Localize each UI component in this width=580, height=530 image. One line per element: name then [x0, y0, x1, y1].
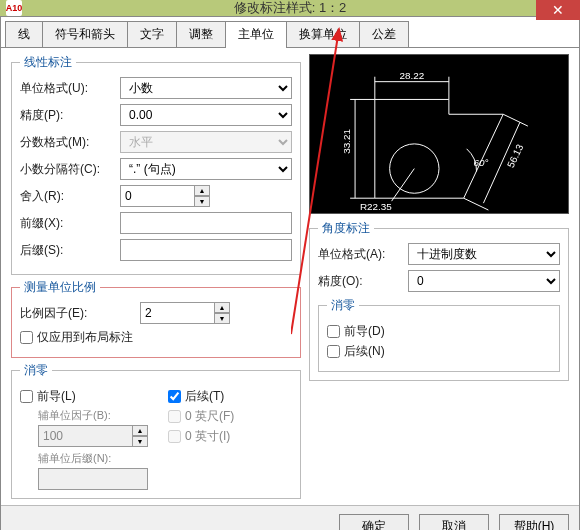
linear-dim-group: 线性标注 单位格式(U): 小数 精度(P): 0.00 分数格式(M): 水平 — [11, 54, 301, 275]
leading-checkbox[interactable] — [20, 390, 33, 403]
svg-text:R22.35: R22.35 — [360, 201, 392, 212]
decimal-sep-select[interactable]: “.” (句点) — [120, 158, 292, 180]
angular-suppress-legend: 消零 — [327, 297, 359, 314]
angular-trailing-label: 后续(N) — [344, 343, 385, 360]
tab-symbols-arrows[interactable]: 符号和箭头 — [42, 21, 128, 47]
round-spin-down[interactable]: ▼ — [194, 196, 210, 207]
help-button[interactable]: 帮助(H) — [499, 514, 569, 530]
prefix-label: 前缀(X): — [20, 215, 120, 232]
angular-trailing-checkbox[interactable] — [327, 345, 340, 358]
subunit-spin-up: ▲ — [132, 425, 148, 436]
unit-format-select[interactable]: 小数 — [120, 77, 292, 99]
round-spin-up[interactable]: ▲ — [194, 185, 210, 196]
svg-line-11 — [392, 169, 415, 202]
subunit-suffix-label: 辅单位后缀(N): — [38, 451, 148, 466]
suffix-label: 后缀(S): — [20, 242, 120, 259]
angular-unit-select[interactable]: 十进制度数 — [408, 243, 560, 265]
svg-text:60°: 60° — [474, 157, 489, 168]
decimal-sep-label: 小数分隔符(C): — [20, 161, 120, 178]
svg-text:56.13: 56.13 — [505, 142, 526, 169]
close-button[interactable]: ✕ — [536, 0, 580, 20]
tab-fit[interactable]: 调整 — [176, 21, 226, 47]
apply-layout-checkbox[interactable] — [20, 331, 33, 344]
tabs-container: 线 符号和箭头 文字 调整 主单位 换算单位 公差 — [1, 17, 579, 48]
preview-pane: 28.22 33.21 56.13 60° R22.35 — [309, 54, 569, 214]
feet-label: 0 英尺(F) — [185, 408, 234, 425]
tab-primary-units[interactable]: 主单位 — [225, 21, 287, 47]
feet-checkbox — [168, 410, 181, 423]
angular-group: 角度标注 单位格式(A): 十进制度数 精度(O): 0 消零 前导(D) — [309, 220, 569, 381]
svg-text:33.21: 33.21 — [341, 129, 352, 154]
cancel-button[interactable]: 取消 — [419, 514, 489, 530]
fraction-format-select: 水平 — [120, 131, 292, 153]
button-bar: 确定 取消 帮助(H) — [1, 505, 579, 530]
round-input[interactable] — [120, 185, 194, 207]
subunit-factor-input — [38, 425, 132, 447]
unit-format-label: 单位格式(U): — [20, 80, 120, 97]
round-label: 舍入(R): — [20, 188, 120, 205]
app-icon: A10 — [6, 0, 22, 16]
window-title: 修改标注样式: 1：2 — [234, 0, 347, 17]
fraction-format-label: 分数格式(M): — [20, 134, 120, 151]
tab-tolerance[interactable]: 公差 — [359, 21, 409, 47]
svg-line-8 — [503, 114, 528, 126]
scale-factor-input[interactable] — [140, 302, 214, 324]
angular-precision-select[interactable]: 0 — [408, 270, 560, 292]
leading-label: 前导(L) — [37, 388, 76, 405]
suppress-legend: 消零 — [20, 362, 52, 379]
angular-leading-label: 前导(D) — [344, 323, 385, 340]
angular-unit-label: 单位格式(A): — [318, 246, 408, 263]
tab-alt-units[interactable]: 换算单位 — [286, 21, 360, 47]
precision-select[interactable]: 0.00 — [120, 104, 292, 126]
angular-suppress-group: 消零 前导(D) 后续(N) — [318, 297, 560, 372]
ok-button[interactable]: 确定 — [339, 514, 409, 530]
scale-group: 测量单位比例 比例因子(E): ▲▼ 仅应用到布局标注 — [11, 279, 301, 358]
inches-checkbox — [168, 430, 181, 443]
svg-text:28.22: 28.22 — [400, 70, 425, 81]
inches-label: 0 英寸(I) — [185, 428, 230, 445]
tab-lines[interactable]: 线 — [5, 21, 43, 47]
trailing-checkbox[interactable] — [168, 390, 181, 403]
subunit-suffix-input — [38, 468, 148, 490]
subunit-spin-down: ▼ — [132, 436, 148, 447]
angular-leading-checkbox[interactable] — [327, 325, 340, 338]
precision-label: 精度(P): — [20, 107, 120, 124]
suppress-group: 消零 前导(L) 辅单位因子(B): ▲▼ — [11, 362, 301, 499]
scale-spin-up[interactable]: ▲ — [214, 302, 230, 313]
scale-legend: 测量单位比例 — [20, 279, 100, 296]
apply-layout-label: 仅应用到布局标注 — [37, 329, 133, 346]
linear-legend: 线性标注 — [20, 54, 76, 71]
titlebar: A10 修改标注样式: 1：2 ✕ — [0, 0, 580, 16]
scale-factor-label: 比例因子(E): — [20, 305, 140, 322]
trailing-label: 后续(T) — [185, 388, 224, 405]
angular-legend: 角度标注 — [318, 220, 374, 237]
tab-text[interactable]: 文字 — [127, 21, 177, 47]
angular-precision-label: 精度(O): — [318, 273, 408, 290]
subunit-factor-label: 辅单位因子(B): — [38, 408, 148, 423]
scale-spin-down[interactable]: ▼ — [214, 313, 230, 324]
prefix-input[interactable] — [120, 212, 292, 234]
suffix-input[interactable] — [120, 239, 292, 261]
